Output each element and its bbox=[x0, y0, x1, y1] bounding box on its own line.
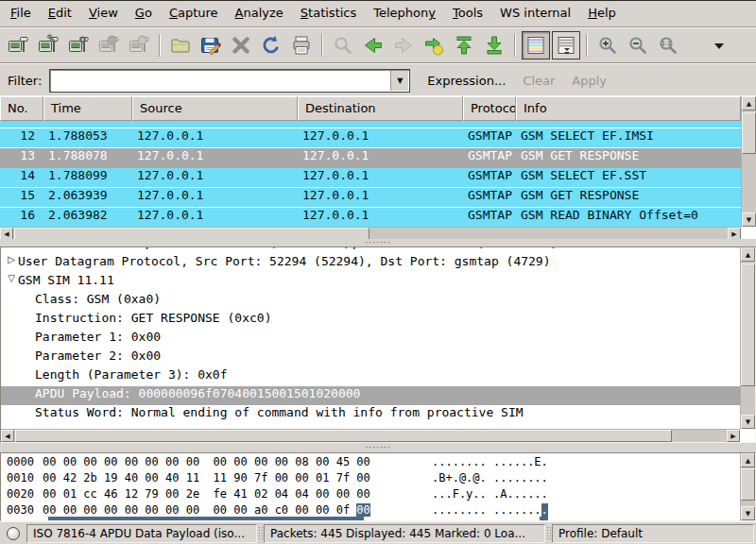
colorize-toggle[interactable] bbox=[522, 31, 550, 60]
scroll-up-button[interactable]: ▲ bbox=[741, 453, 755, 468]
cell-src: 127.0.0.1 bbox=[132, 128, 298, 147]
start-capture-button[interactable] bbox=[64, 31, 93, 60]
cell-time: 2.063939 bbox=[43, 188, 132, 207]
print-button[interactable] bbox=[287, 31, 316, 60]
tree-row-1[interactable]: ▷User Datagram Protocol, Src Port: 52294… bbox=[1, 254, 740, 273]
tree-row-6[interactable]: Parameter 2: 0x00 bbox=[1, 348, 740, 367]
toolbar-overflow-button[interactable] bbox=[705, 31, 733, 60]
hex-row-0000[interactable]: 000000 00 00 00 00 00 00 00 00 00 00 00 … bbox=[1, 455, 740, 471]
apply-button[interactable]: Apply bbox=[572, 74, 607, 88]
scroll-up-button[interactable]: ▲ bbox=[742, 96, 756, 110]
close-file-button[interactable] bbox=[227, 31, 255, 60]
zoom-out-button[interactable] bbox=[624, 31, 652, 60]
go-to-bottom-button[interactable] bbox=[480, 31, 508, 60]
chevron-down-icon: ▼ bbox=[397, 76, 403, 85]
menu-item-ws-internal[interactable]: WS internal bbox=[491, 1, 579, 26]
menu-item-view[interactable]: View bbox=[80, 1, 127, 26]
scroll-thumb[interactable] bbox=[15, 430, 672, 442]
filter-input[interactable]: ▼ bbox=[49, 69, 410, 93]
list-interfaces-button[interactable] bbox=[4, 31, 32, 60]
go-back-button[interactable] bbox=[359, 31, 387, 60]
menu-item-capture[interactable]: Capture bbox=[161, 1, 227, 26]
packet-list-vscrollbar[interactable]: ▲ ▼ bbox=[741, 96, 756, 227]
scroll-down-button[interactable]: ▼ bbox=[741, 506, 755, 520]
autoscroll-toggle[interactable] bbox=[552, 31, 580, 60]
scroll-up-button[interactable]: ▲ bbox=[741, 247, 755, 262]
restart-capture-button[interactable] bbox=[125, 31, 153, 60]
packet-row-13[interactable]: 131.788078127.0.0.1127.0.0.1GSMTAPGSM GE… bbox=[0, 148, 741, 168]
menu-item-edit[interactable]: Edit bbox=[40, 1, 80, 26]
scroll-thumb[interactable] bbox=[741, 468, 755, 501]
find-packet-button[interactable] bbox=[329, 31, 357, 60]
svg-text:1:1: 1:1 bbox=[662, 40, 671, 46]
cell-time: 1.788099 bbox=[43, 168, 132, 187]
cell-no: 12 bbox=[0, 128, 43, 147]
packet-row-11[interactable]: 111.787851127.0.0.1127.0.0.1GSMTAPGSM GE… bbox=[0, 121, 741, 128]
clear-button[interactable]: Clear bbox=[523, 74, 555, 88]
capture-options-button[interactable] bbox=[34, 31, 62, 60]
menu-item-statistics[interactable]: Statistics bbox=[292, 1, 365, 26]
column-header-info[interactable]: Info bbox=[516, 96, 741, 121]
column-header-destination[interactable]: Destination bbox=[298, 96, 463, 121]
menu-item-help[interactable]: Help bbox=[579, 1, 625, 26]
tree-row-3[interactable]: Class: GSM (0xa0) bbox=[1, 292, 740, 311]
scroll-thumb[interactable] bbox=[742, 112, 756, 154]
details-hscrollbar[interactable]: ◀ ▶ bbox=[1, 429, 740, 442]
save-file-button[interactable] bbox=[197, 31, 225, 60]
arrow-left-icon bbox=[362, 34, 385, 57]
scroll-down-button[interactable]: ▼ bbox=[742, 212, 756, 227]
hex-row-0020[interactable]: 002000 01 cc 46 12 79 00 2e fe 41 02 04 … bbox=[1, 487, 740, 503]
expander-open-icon[interactable]: ▽ bbox=[5, 273, 18, 292]
find-icon bbox=[332, 34, 354, 57]
zoom-in-button[interactable] bbox=[593, 31, 622, 60]
tree-row-4[interactable]: Instruction: GET RESPONSE (0xc0) bbox=[1, 311, 740, 330]
menu-item-file[interactable]: File bbox=[2, 1, 40, 26]
selected-ascii-char: . bbox=[541, 503, 548, 517]
scroll-down-button[interactable]: ▼ bbox=[741, 415, 755, 429]
open-file-button[interactable] bbox=[166, 31, 195, 60]
cell-info: GSM SELECT EF.SST bbox=[516, 168, 741, 187]
pane-divider-top[interactable]: ······· bbox=[0, 239, 756, 246]
column-header-protocol[interactable]: Protocol bbox=[463, 96, 516, 121]
tree-row-8[interactable]: APDU Payload: 000000096f0704001500150102… bbox=[1, 386, 740, 405]
column-header-no[interactable]: No. bbox=[0, 96, 43, 121]
menu-item-telephony[interactable]: Telephony bbox=[365, 1, 444, 26]
hex-row-0010[interactable]: 001000 42 2b 19 40 00 40 11 11 90 7f 00 … bbox=[1, 471, 740, 487]
autoscroll-icon bbox=[555, 34, 577, 57]
expander-closed-icon[interactable]: ▷ bbox=[5, 254, 18, 273]
start-capture-icon bbox=[67, 34, 90, 57]
filter-dropdown-button[interactable]: ▼ bbox=[390, 71, 408, 91]
expert-info-button[interactable] bbox=[2, 524, 25, 543]
go-to-packet-button[interactable] bbox=[420, 31, 448, 60]
packet-row-16[interactable]: 162.063982127.0.0.1127.0.0.1GSMTAPGSM RE… bbox=[0, 208, 741, 227]
tree-row-0[interactable]: ▷Internet Protocol, Src: 127.0.0.1 (127.… bbox=[1, 247, 740, 254]
tree-row-5[interactable]: Parameter 1: 0x00 bbox=[1, 330, 740, 348]
cell-dst: 127.0.0.1 bbox=[298, 188, 463, 207]
expression-button[interactable]: Expression... bbox=[427, 74, 506, 88]
menu-item-go[interactable]: Go bbox=[127, 1, 161, 26]
column-header-source[interactable]: Source bbox=[132, 96, 298, 121]
tree-row-2[interactable]: ▽GSM SIM 11.11 bbox=[1, 273, 740, 292]
stop-capture-button[interactable] bbox=[94, 31, 123, 60]
scroll-left-button[interactable]: ◀ bbox=[1, 430, 14, 442]
menu-item-analyze[interactable]: Analyze bbox=[227, 1, 292, 26]
go-to-top-button[interactable] bbox=[450, 31, 478, 60]
packet-row-15[interactable]: 152.063939127.0.0.1127.0.0.1GSMTAPGSM GE… bbox=[0, 188, 741, 208]
offset-label: 0020 bbox=[1, 487, 43, 503]
ascii-bytes: .B+.@.@. ........ bbox=[432, 471, 548, 487]
scroll-thumb[interactable] bbox=[741, 264, 755, 386]
zoom-100-button[interactable]: 1:1 bbox=[654, 31, 682, 60]
scroll-right-button[interactable]: ▶ bbox=[727, 430, 740, 442]
menu-item-tools[interactable]: Tools bbox=[444, 1, 491, 26]
reload-button[interactable] bbox=[257, 31, 285, 60]
restart-capture-icon bbox=[128, 34, 150, 57]
go-forward-button[interactable] bbox=[389, 31, 418, 60]
column-header-time[interactable]: Time bbox=[43, 96, 132, 121]
packet-row-14[interactable]: 141.788099127.0.0.1127.0.0.1GSMTAPGSM SE… bbox=[0, 168, 741, 188]
details-vscrollbar[interactable]: ▲ ▼ bbox=[740, 247, 755, 429]
bytes-vscrollbar[interactable]: ▲ ▼ bbox=[740, 453, 755, 520]
pane-divider-bottom[interactable]: ······· bbox=[0, 443, 756, 452]
tree-row-9[interactable]: Status Word: Normal ending of command wi… bbox=[1, 405, 740, 424]
packet-row-12[interactable]: 121.788053127.0.0.1127.0.0.1GSMTAPGSM SE… bbox=[0, 128, 741, 148]
tree-row-7[interactable]: Length (Parameter 3): 0x0f bbox=[1, 367, 740, 386]
